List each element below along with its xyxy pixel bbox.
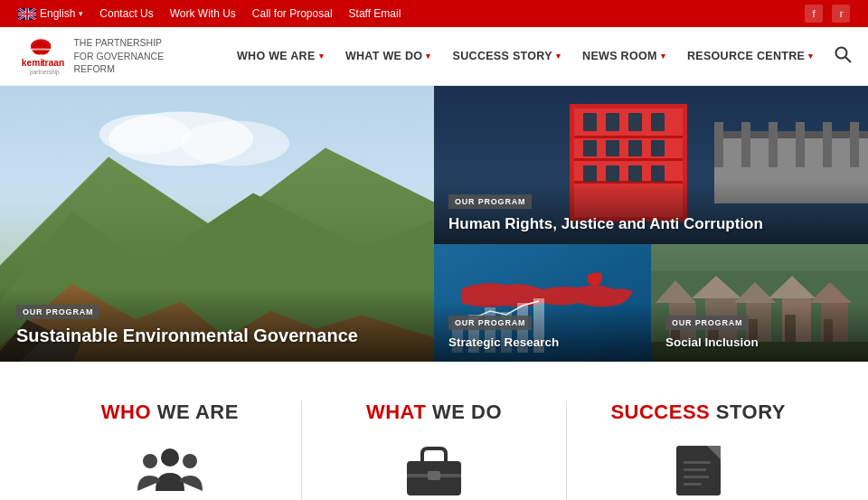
strategic-research-title: Strategic Research <box>448 335 637 351</box>
svg-point-68 <box>161 448 179 467</box>
svg-rect-25 <box>628 113 642 131</box>
svg-point-11 <box>181 121 289 166</box>
svg-text:partnership: partnership <box>30 68 60 75</box>
our-program-badge-3: OUR PROGRAM <box>448 316 532 330</box>
svg-point-10 <box>99 115 190 155</box>
svg-point-6 <box>835 47 846 58</box>
social-inclusion-title: Social Inclusion <box>665 335 854 351</box>
svg-rect-40 <box>796 122 805 167</box>
lang-chevron: ▾ <box>79 9 83 18</box>
who-we-are-card: WHO WE ARE <box>71 401 269 500</box>
svg-rect-31 <box>583 165 597 182</box>
top-bar: English ▾ Contact Us Work With Us Call f… <box>0 0 868 27</box>
language-selector[interactable]: English ▾ <box>18 7 83 20</box>
work-with-us-link[interactable]: Work With Us <box>170 7 236 20</box>
chevron-down-icon: ▾ <box>426 52 430 61</box>
what-we-do-heading: WHAT WE DO <box>366 401 502 424</box>
svg-rect-76 <box>684 468 706 471</box>
chevron-down-icon: ▾ <box>319 52 324 61</box>
svg-rect-34 <box>651 165 665 182</box>
svg-point-70 <box>183 454 197 468</box>
svg-rect-29 <box>628 140 642 156</box>
nav-links: WHO WE ARE ▾ WHAT WE DO ▾ SUCCESS STORY … <box>226 27 825 86</box>
top-bar-left: English ▾ Contact Us Work With Us Call f… <box>18 7 401 20</box>
social-inclusion-overlay: OUR PROGRAM Social Inclusion <box>651 302 868 362</box>
svg-rect-28 <box>606 140 619 156</box>
svg-rect-24 <box>606 113 619 131</box>
svg-line-7 <box>845 57 851 62</box>
kemitraan-logo: kemi traan partnership <box>18 36 64 77</box>
book-icon <box>669 439 728 500</box>
nav-news-room[interactable]: NEWS ROOM ▾ <box>571 27 676 86</box>
svg-rect-2 <box>32 48 51 50</box>
who-normal: WE ARE <box>151 401 239 423</box>
success-accent: SUCCESS <box>610 401 710 423</box>
svg-rect-39 <box>769 122 778 167</box>
svg-rect-33 <box>628 165 642 182</box>
nav-what-we-do[interactable]: WHAT WE DO ▾ <box>335 27 442 86</box>
hero-panel-social-inclusion[interactable]: OUR PROGRAM Social Inclusion <box>651 244 868 362</box>
our-program-badge-2: OUR PROGRAM <box>448 194 532 209</box>
svg-rect-36 <box>714 131 868 138</box>
what-we-do-card: WHAT WE DO <box>335 401 533 500</box>
top-right-panel-title: Human Rights, Justice and Anti Corruptio… <box>448 214 854 233</box>
svg-rect-23 <box>583 113 597 131</box>
svg-text:kemi: kemi <box>22 58 43 68</box>
hero-panel-top-right[interactable]: OUR PROGRAM Human Rights, Justice and An… <box>434 86 868 244</box>
search-icon[interactable] <box>825 45 861 68</box>
our-program-badge: OUR PROGRAM <box>16 305 99 319</box>
svg-rect-73 <box>428 471 440 480</box>
who-we-are-heading: WHO WE ARE <box>101 401 239 424</box>
svg-text:traan: traan <box>42 58 64 68</box>
svg-rect-26 <box>651 113 665 131</box>
chevron-down-icon: ▾ <box>556 52 561 61</box>
staff-email-link[interactable]: Staff Email <box>349 7 401 20</box>
svg-rect-78 <box>684 483 702 486</box>
divider-2 <box>566 401 567 500</box>
nav-resource-centre[interactable]: RESOURCE CENTRE ▾ <box>676 27 825 86</box>
top-right-panel-overlay: OUR PROGRAM Human Rights, Justice and An… <box>434 181 868 244</box>
left-panel-title: Sustainable Environmental Governance <box>16 325 418 347</box>
svg-point-69 <box>143 454 157 468</box>
svg-rect-75 <box>684 461 711 464</box>
people-icon <box>134 439 206 500</box>
left-panel-overlay: OUR PROGRAM Sustainable Environmental Go… <box>0 288 434 362</box>
lang-label: English <box>40 7 75 20</box>
call-for-proposal-link[interactable]: Call for Proposal <box>252 7 333 20</box>
svg-rect-32 <box>606 165 619 182</box>
facebook-icon[interactable]: f <box>805 5 823 23</box>
hero-grid: OUR PROGRAM Sustainable Environmental Go… <box>0 86 868 364</box>
success-story-card: SUCCESS STORY <box>599 401 797 500</box>
hero-panel-left[interactable]: OUR PROGRAM Sustainable Environmental Go… <box>0 86 434 362</box>
briefcase-icon <box>402 439 466 500</box>
who-accent: WHO <box>101 401 151 423</box>
bottom-section: WHO WE ARE WHAT WE DO <box>0 364 868 500</box>
strategic-research-overlay: OUR PROGRAM Strategic Research <box>434 302 651 362</box>
nav-bar: kemi traan partnership THE PARTNERSHIP F… <box>0 27 868 86</box>
nav-success-story[interactable]: SUCCESS STORY ▾ <box>442 27 572 86</box>
our-program-badge-4: OUR PROGRAM <box>665 316 749 330</box>
hero-panel-strategic-research[interactable]: OUR PROGRAM Strategic Research <box>434 244 651 362</box>
uk-flag-icon <box>18 8 36 20</box>
logo-area: kemi traan partnership THE PARTNERSHIP F… <box>18 36 199 77</box>
chevron-down-icon: ▾ <box>808 52 813 61</box>
what-normal: WE DO <box>426 401 502 423</box>
twitter-icon[interactable]: 𝕣 <box>832 5 850 23</box>
what-accent: WHAT <box>366 401 426 423</box>
svg-rect-42 <box>850 122 859 167</box>
top-bar-right: f 𝕣 <box>805 5 850 23</box>
svg-rect-20 <box>574 136 683 138</box>
svg-rect-41 <box>823 122 832 167</box>
svg-rect-37 <box>714 122 723 167</box>
svg-rect-30 <box>651 140 665 156</box>
success-normal: STORY <box>710 401 786 423</box>
nav-who-we-are[interactable]: WHO WE ARE ▾ <box>226 27 335 86</box>
svg-rect-77 <box>684 476 709 478</box>
svg-rect-21 <box>574 158 683 161</box>
svg-rect-38 <box>741 122 750 167</box>
chevron-down-icon: ▾ <box>661 52 665 61</box>
svg-rect-27 <box>583 140 597 156</box>
success-story-heading: SUCCESS STORY <box>610 401 786 424</box>
contact-us-link[interactable]: Contact Us <box>99 7 153 20</box>
divider-1 <box>301 401 302 500</box>
